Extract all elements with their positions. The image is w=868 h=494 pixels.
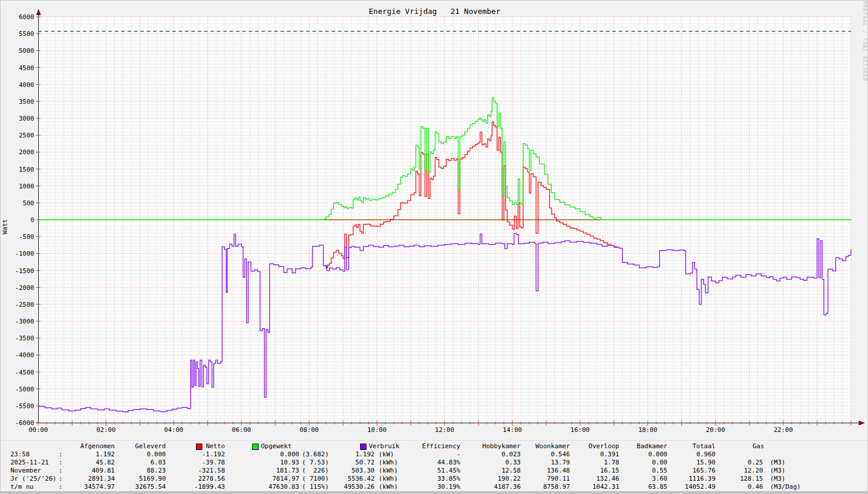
col-hobbykamer: Hobbykamer — [482, 442, 521, 451]
legend-cell-gas_unit: (M3) — [770, 475, 786, 483]
legend-cell-hobbykamer: 4187.36 — [494, 483, 521, 491]
y-tick-label: -1500 — [15, 267, 34, 275]
col-totaal: Totaal — [692, 442, 716, 451]
legend-cell-totaal: 14052.49 — [685, 483, 716, 491]
x-tick-label: 20:00 — [706, 426, 725, 434]
y-tick-label: 3500 — [19, 98, 35, 106]
legend-cell-label: November — [10, 467, 41, 475]
legend-cell-gas_unit: (M3) — [770, 467, 786, 475]
y-tick-label: 4000 — [19, 81, 35, 89]
verbruik-swatch — [360, 444, 366, 450]
legend-cell-overloop: 16.15 — [600, 467, 619, 475]
legend-cell-label: t/m nu — [10, 483, 34, 491]
legend-cell-overloop: 0.391 — [600, 451, 619, 459]
legend-cell-verbruik: 49530.26 — [344, 483, 375, 491]
legend-cell-colon: : — [59, 483, 63, 491]
x-tick-label: 10:00 — [367, 426, 386, 434]
legend-cell-verbruik: 50.72 — [355, 459, 375, 467]
y-tick-label: -1000 — [15, 250, 34, 257]
legend-cell-afgenomen: 34574.97 — [84, 483, 115, 491]
y-tick-label: -5500 — [15, 402, 34, 410]
legend-row: November:409.8188.23-321.58181.73( 226)5… — [1, 467, 868, 475]
col-gas: Gas — [753, 442, 764, 451]
legend-cell-gas: 128.15 — [740, 475, 763, 483]
legend-cell-afgenomen: 2891.34 — [88, 475, 115, 483]
legend-cell-netto: -39.78 — [202, 459, 225, 467]
legend-cell-efficiency: 30.19% — [437, 483, 460, 491]
legend-cell-opgewekt_extra: (3.682) — [302, 451, 329, 459]
col-geleverd: Geleverd — [135, 442, 166, 451]
legend-cell-totaal: 0.960 — [696, 451, 716, 459]
y-tick-label: 1000 — [19, 183, 35, 190]
legend-cell-overloop: 132.46 — [596, 475, 619, 483]
legend-cell-geleverd: 6.03 — [151, 459, 166, 467]
netto-swatch — [196, 444, 202, 450]
x-tick-label: 16:00 — [571, 426, 590, 434]
legend-cell-hobbykamer: 190.22 — [497, 475, 521, 483]
legend-cell-efficiency: 51.45% — [437, 467, 460, 475]
legend-row: 23:58:1.1920.000-1.1920.000(3.682)1.192(… — [1, 451, 868, 459]
legend-cell-badkamer: 0.000 — [648, 451, 667, 459]
legend-cell-gas: 12.20 — [744, 467, 763, 475]
legend-cell-netto: -1899.43 — [194, 483, 225, 491]
y-tick-label: -2000 — [15, 284, 34, 292]
legend-cell-verbruik_unit: (kWh) — [379, 459, 398, 467]
x-tick-label: 08:00 — [300, 426, 319, 434]
x-tick-label: 02:00 — [96, 426, 115, 434]
legend-row: 2025-11-21:45.826.03-39.7810.93( 7.53)50… — [1, 459, 868, 467]
legend-cell-opgewekt_extra: ( 226) — [302, 467, 329, 475]
y-tick-label: 3000 — [19, 115, 35, 122]
y-tick-label: -3000 — [15, 318, 34, 325]
legend-cell-verbruik: 1.192 — [355, 451, 375, 459]
legend-cell-gas_unit: (M3) — [770, 459, 786, 467]
col-overloop: Overloop — [589, 442, 619, 451]
window-bottom-edge — [1, 491, 868, 494]
y-tick-label: 5000 — [19, 47, 35, 55]
x-tick-label: 04:00 — [164, 426, 183, 434]
y-tick-label: -5000 — [15, 386, 34, 393]
y-tick-label: 2000 — [19, 148, 35, 156]
legend-table: AfgenomenGeleverdNettoOpgewektVerbruikEf… — [1, 440, 868, 491]
legend-cell-badkamer: 3.60 — [652, 475, 668, 483]
legend-cell-netto: -321.58 — [198, 467, 225, 475]
col-netto: Netto — [206, 442, 225, 451]
legend-cell-woonkamer: 8758.97 — [543, 483, 570, 491]
legend-cell-verbruik_unit: (kWh) — [379, 467, 398, 475]
legend-cell-verbruik: 5536.42 — [348, 475, 375, 483]
legend-cell-verbruik_unit: (kWh) — [379, 475, 398, 483]
legend-cell-verbruik: 503.30 — [351, 467, 375, 475]
x-tick-label: 06:00 — [232, 426, 251, 434]
y-tick-label: 0 — [30, 216, 34, 224]
legend-cell-geleverd: 0.000 — [147, 451, 166, 459]
legend-cell-verbruik_unit: (kWh) — [379, 483, 398, 491]
y-axis-label: Watt — [1, 209, 9, 244]
legend-cell-gas_unit: (M3/Dag) — [770, 483, 801, 491]
legend-cell-geleverd: 88.23 — [147, 467, 166, 475]
legend-cell-colon: : — [59, 451, 63, 459]
legend-cell-opgewekt_extra: ( 115%) — [302, 483, 329, 491]
y-tick-label: -4000 — [15, 351, 34, 359]
legend-cell-badkamer: 63.85 — [648, 483, 667, 491]
legend-cell-opgewekt: 10.93 — [280, 459, 299, 467]
legend-cell-label: 23:58 — [10, 451, 30, 459]
legend-cell-label: Jr ('25/'26) — [10, 475, 56, 483]
chart-title: Energie Vrijdag 21 November — [1, 7, 868, 16]
legend-cell-label: 2025-11-21 — [10, 459, 49, 467]
col-opgewekt: Opgewekt — [261, 442, 292, 451]
y-tick-label: 500 — [23, 199, 34, 207]
legend-cell-geleverd: 32675.54 — [135, 483, 166, 491]
legend-cell-woonkamer: 790.11 — [547, 475, 570, 483]
legend-cell-woonkamer: 13.79 — [551, 459, 570, 467]
legend-cell-totaal: 15.90 — [696, 459, 716, 467]
y-tick-label: 5500 — [19, 30, 35, 38]
legend-cell-afgenomen: 45.82 — [96, 459, 115, 467]
y-tick-label: 2500 — [19, 132, 35, 139]
x-axis-arrow — [859, 421, 865, 426]
legend-cell-geleverd: 5169.90 — [139, 475, 166, 483]
legend-cell-opgewekt: 181.73 — [276, 467, 299, 475]
y-tick-label: -2500 — [15, 301, 34, 308]
legend-cell-totaal: 165.76 — [692, 467, 716, 475]
col-verbruik: Verbruik — [369, 442, 400, 451]
legend-cell-opgewekt: 0.000 — [280, 451, 299, 459]
legend-cell-woonkamer: 136.48 — [547, 467, 570, 475]
